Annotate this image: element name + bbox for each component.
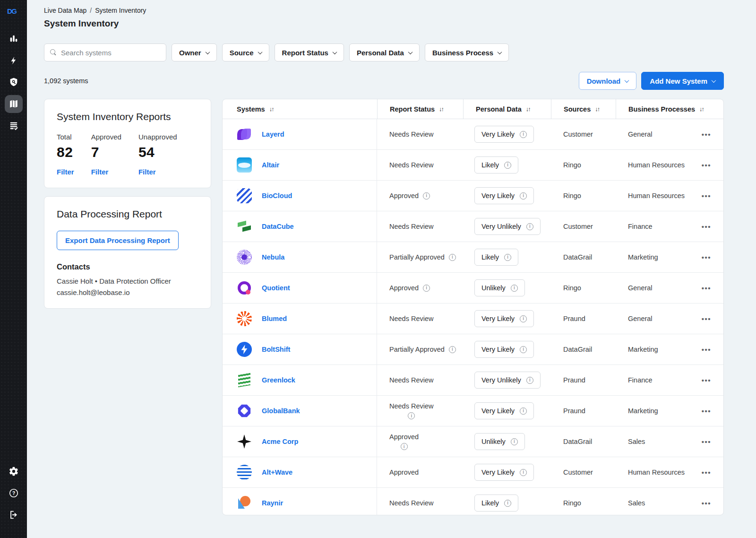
personal-data-pill[interactable]: Unlikely — [474, 279, 525, 296]
column-header-personal-data: Personal Data ↓↑ — [463, 99, 551, 119]
system-name-link[interactable]: Alt+Wave — [262, 469, 292, 476]
row-actions-ellipsis-icon[interactable]: ••• — [702, 315, 711, 322]
personal-data-pill[interactable]: Very Likely — [474, 402, 534, 419]
row-actions-ellipsis-icon[interactable]: ••• — [702, 438, 711, 445]
sidebar-item-live-data-map[interactable] — [5, 95, 23, 113]
row-actions-ellipsis-icon[interactable]: ••• — [702, 254, 711, 261]
system-name-link[interactable]: GlobalBank — [262, 407, 300, 415]
info-icon[interactable] — [520, 469, 527, 476]
info-icon[interactable] — [526, 223, 533, 230]
row-actions-ellipsis-icon[interactable]: ••• — [702, 285, 711, 292]
report-status-cell: Partially Approved — [377, 346, 463, 353]
info-icon[interactable] — [511, 285, 518, 292]
system-logo-icon — [237, 311, 252, 326]
personal-data-pill[interactable]: Very Likely — [474, 126, 534, 143]
system-name-link[interactable]: Altair — [262, 161, 279, 169]
download-button[interactable]: Download — [579, 72, 637, 90]
system-name-link[interactable]: Blumed — [262, 315, 287, 322]
sidebar-item-automation[interactable] — [5, 52, 23, 69]
sort-icon[interactable]: ↓↑ — [526, 105, 530, 113]
info-icon[interactable] — [408, 412, 415, 419]
system-name-link[interactable]: Nebula — [262, 253, 284, 261]
info-icon[interactable] — [504, 162, 511, 169]
system-name-link[interactable]: Quotient — [262, 284, 290, 292]
info-icon[interactable] — [520, 131, 527, 138]
row-actions-ellipsis-icon[interactable]: ••• — [702, 162, 711, 169]
info-icon[interactable] — [511, 438, 518, 445]
personal-data-pill[interactable]: Likely — [474, 156, 518, 174]
row-actions-ellipsis-icon[interactable]: ••• — [702, 131, 711, 138]
system-name-link[interactable]: Acme Corp — [262, 438, 298, 445]
info-icon[interactable] — [520, 315, 527, 322]
personal-data-pill[interactable]: Very Unlikely — [474, 372, 541, 389]
system-name-link[interactable]: Raynir — [262, 499, 283, 507]
personal-data-pill[interactable]: Very Unlikely — [474, 218, 541, 235]
stat-total-value: 82 — [57, 144, 74, 160]
filter-business-process-button[interactable]: Business Process — [425, 43, 509, 61]
system-logo-icon — [237, 127, 252, 142]
system-name-link[interactable]: BioCloud — [262, 192, 292, 200]
report-status-text: Approved — [389, 192, 419, 200]
system-name-link[interactable]: BoltShift — [262, 346, 290, 353]
row-actions-ellipsis-icon[interactable]: ••• — [702, 223, 711, 230]
stat-approved-filter-link[interactable]: Filter — [91, 168, 121, 176]
likelihood-label: Very Likely — [481, 346, 515, 353]
row-actions-ellipsis-icon[interactable]: ••• — [702, 408, 711, 415]
info-icon[interactable] — [520, 346, 527, 353]
info-icon[interactable] — [401, 443, 408, 450]
personal-data-pill[interactable]: Likely — [474, 495, 518, 512]
sidebar-item-analytics[interactable] — [5, 30, 23, 48]
breadcrumb-live-data-map[interactable]: Live Data Map — [44, 7, 86, 14]
personal-data-cell: Very Likely — [463, 187, 551, 204]
sidebar-item-settings[interactable] — [5, 462, 23, 480]
system-name-link[interactable]: Layerd — [262, 130, 284, 138]
info-icon[interactable] — [520, 408, 527, 415]
info-icon[interactable] — [423, 192, 430, 200]
export-data-processing-report-button[interactable]: Export Data Processing Report — [57, 231, 179, 250]
info-icon[interactable] — [449, 346, 456, 353]
stat-total-filter-link[interactable]: Filter — [57, 168, 74, 176]
table-body: Layerd Needs Review Very Likely Customer… — [223, 119, 723, 515]
info-icon[interactable] — [504, 500, 511, 507]
info-icon[interactable] — [449, 254, 456, 261]
table-row: BioCloud Approved Very Likely Ringo Huma… — [223, 181, 723, 211]
filter-source-button[interactable]: Source — [222, 43, 269, 61]
personal-data-pill[interactable]: Likely — [474, 249, 518, 266]
row-actions-ellipsis-icon[interactable]: ••• — [702, 469, 711, 476]
search-box[interactable] — [44, 43, 166, 61]
row-actions-ellipsis-icon[interactable]: ••• — [702, 500, 711, 507]
datagrail-logo-icon[interactable]: DG — [7, 6, 21, 18]
sidebar-item-request-manager[interactable] — [5, 117, 23, 135]
personal-data-pill[interactable]: Very Likely — [474, 464, 534, 481]
sidebar-item-logout[interactable] — [5, 506, 23, 524]
report-status-cell: Partially Approved — [377, 253, 463, 261]
contact-name-role: Cassie Holt • Data Protection Officer — [57, 277, 198, 285]
sort-icon[interactable]: ↓↑ — [595, 105, 599, 113]
info-icon[interactable] — [504, 254, 511, 261]
system-name-link[interactable]: DataCube — [262, 223, 294, 230]
sort-icon[interactable]: ↓↑ — [699, 105, 704, 113]
personal-data-pill[interactable]: Unlikely — [474, 433, 525, 450]
business-process-text: Finance — [628, 376, 653, 384]
personal-data-pill[interactable]: Very Likely — [474, 187, 534, 204]
row-actions-ellipsis-icon[interactable]: ••• — [702, 192, 711, 200]
system-name-link[interactable]: Greenlock — [262, 376, 295, 384]
info-icon[interactable] — [520, 192, 527, 200]
stat-unapproved-filter-link[interactable]: Filter — [138, 168, 177, 176]
add-new-system-button[interactable]: Add New System — [641, 72, 724, 90]
filter-owner-button[interactable]: Owner — [172, 43, 217, 61]
personal-data-pill[interactable]: Very Likely — [474, 310, 534, 327]
filter-report-status-button[interactable]: Report Status — [275, 43, 344, 61]
sidebar-item-privacy-shield[interactable] — [5, 73, 23, 91]
sort-icon[interactable]: ↓↑ — [269, 105, 274, 113]
row-actions-ellipsis-icon[interactable]: ••• — [702, 346, 711, 353]
business-process-text: Human Resources — [628, 161, 685, 169]
filter-personal-data-button[interactable]: Personal Data — [349, 43, 420, 61]
personal-data-pill[interactable]: Very Likely — [474, 341, 534, 358]
info-icon[interactable] — [423, 285, 430, 292]
sidebar-item-help[interactable]: ? — [5, 484, 23, 502]
row-actions-ellipsis-icon[interactable]: ••• — [702, 377, 711, 384]
sort-icon[interactable]: ↓↑ — [439, 105, 443, 113]
search-input[interactable] — [61, 49, 160, 57]
info-icon[interactable] — [526, 377, 533, 384]
